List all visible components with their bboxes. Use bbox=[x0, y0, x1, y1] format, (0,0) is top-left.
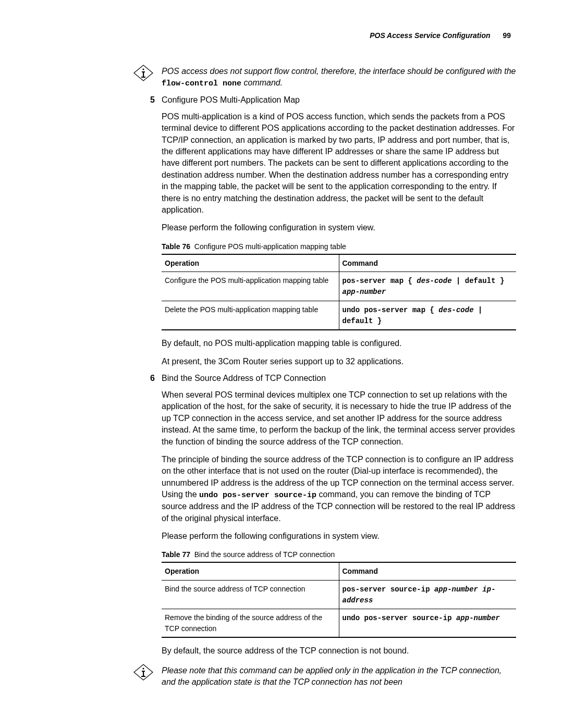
content-column: POS access does not support flow control… bbox=[162, 66, 516, 687]
svg-point-6 bbox=[142, 668, 144, 670]
step-6-heading: 6 Bind the Source Address of TCP Connect… bbox=[162, 374, 516, 383]
col-command: Command bbox=[339, 254, 516, 272]
col-operation: Operation bbox=[162, 254, 339, 272]
operation-cell: Delete the POS multi-application mapping… bbox=[162, 301, 339, 330]
step-number: 6 bbox=[150, 374, 155, 383]
step-title: Bind the Source Address of TCP Connectio… bbox=[162, 374, 326, 382]
running-header: POS Access Service Configuration 99 bbox=[47, 31, 516, 40]
info-icon bbox=[133, 65, 153, 83]
table-row: Configure the POS multi-application mapp… bbox=[162, 272, 516, 301]
cmd-seg: des-code bbox=[417, 277, 451, 285]
svg-rect-9 bbox=[141, 676, 145, 677]
svg-rect-8 bbox=[143, 671, 144, 676]
table-row: Delete the POS multi-application mapping… bbox=[162, 301, 516, 330]
note-text: POS access does not support flow control… bbox=[162, 66, 516, 89]
operation-cell: Bind the source address of TCP connectio… bbox=[162, 580, 339, 609]
svg-rect-3 bbox=[143, 71, 144, 77]
step6-para1: When several POS terminal devices multip… bbox=[162, 389, 516, 448]
svg-point-1 bbox=[142, 68, 144, 70]
step-5-heading: 5 Configure POS Multi-Application Map bbox=[162, 95, 516, 105]
cmd-seg: app-number bbox=[456, 614, 500, 622]
step6-para2: The principle of binding the source addr… bbox=[162, 454, 516, 524]
command-cell: undo pos-server map { des-code | default… bbox=[339, 301, 516, 330]
table-76: Operation Command Configure the POS mult… bbox=[162, 254, 516, 330]
command-cell: pos-server source-ip app-number ip-addre… bbox=[339, 580, 516, 609]
step5-after2: At present, the 3Com Router series suppo… bbox=[162, 356, 516, 367]
info-note-1: POS access does not support flow control… bbox=[162, 66, 516, 89]
step-number: 5 bbox=[150, 95, 155, 105]
header-title: POS Access Service Configuration bbox=[370, 31, 490, 40]
note-text: Please note that this command can be app… bbox=[162, 665, 516, 687]
col-command: Command bbox=[339, 562, 516, 580]
note-code: flow-control none bbox=[162, 79, 241, 88]
operation-cell: Configure the POS multi-application mapp… bbox=[162, 272, 339, 301]
command-cell: pos-server map { des-code | default } ap… bbox=[339, 272, 516, 301]
para-code: undo pos-server source-ip bbox=[199, 491, 316, 500]
table-76-caption: Table 76 Configure POS multi-application… bbox=[162, 242, 516, 251]
page: POS Access Service Configuration 99 POS … bbox=[0, 0, 563, 720]
table-title: Configure POS multi-application mapping … bbox=[194, 242, 346, 251]
col-operation: Operation bbox=[162, 562, 339, 580]
svg-rect-4 bbox=[141, 77, 145, 78]
cmd-seg: pos-server map { bbox=[342, 277, 417, 285]
command-cell: undo pos-server source-ip app-number bbox=[339, 609, 516, 637]
table-header-row: Operation Command bbox=[162, 562, 516, 580]
table-row: Bind the source address of TCP connectio… bbox=[162, 580, 516, 609]
table-row: Remove the binding of the source address… bbox=[162, 609, 516, 637]
page-number: 99 bbox=[503, 31, 511, 40]
step5-para1: POS multi-application is a kind of POS a… bbox=[162, 111, 516, 216]
table-77-caption: Table 77 Bind the source address of TCP … bbox=[162, 550, 516, 559]
note-suffix: command. bbox=[241, 78, 283, 87]
note-prefix: POS access does not support flow control… bbox=[162, 67, 516, 76]
cmd-seg: | default } bbox=[452, 277, 505, 285]
cmd-seg: undo pos-server source-ip bbox=[342, 614, 456, 622]
step-title: Configure POS Multi-Application Map bbox=[162, 95, 300, 104]
info-icon bbox=[133, 664, 153, 683]
table-label: Table 76 bbox=[162, 242, 190, 251]
table-header-row: Operation Command bbox=[162, 254, 516, 272]
step5-after1: By default, no POS multi-application map… bbox=[162, 338, 516, 349]
step6-para3: Please perform the following configurati… bbox=[162, 530, 516, 542]
cmd-seg: undo pos-server map { bbox=[342, 306, 439, 314]
table-77: Operation Command Bind the source addres… bbox=[162, 562, 516, 637]
info-note-2: Please note that this command can be app… bbox=[162, 665, 516, 687]
table-title: Bind the source address of TCP connectio… bbox=[194, 550, 335, 559]
table-label: Table 77 bbox=[162, 550, 190, 559]
operation-cell: Remove the binding of the source address… bbox=[162, 609, 339, 637]
step6-after1: By default, the source address of the TC… bbox=[162, 645, 516, 657]
cmd-seg: app-number bbox=[342, 288, 386, 296]
step5-para2: Please perform the following configurati… bbox=[162, 222, 516, 233]
cmd-seg: pos-server source-ip bbox=[342, 585, 434, 594]
cmd-seg: des-code bbox=[438, 306, 473, 314]
